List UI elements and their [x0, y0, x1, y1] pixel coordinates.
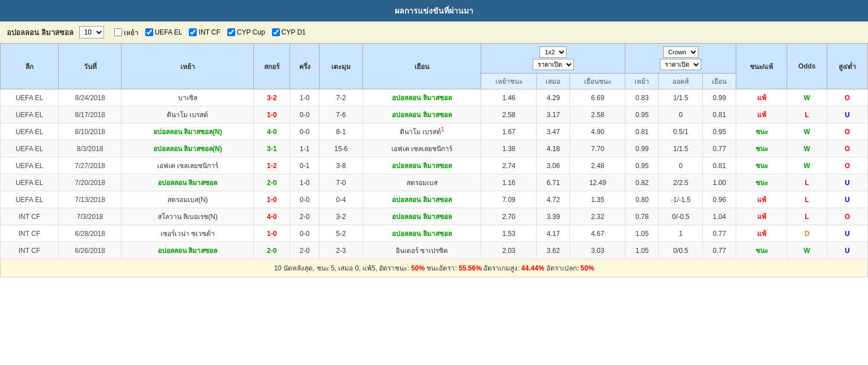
cell-date: 7/27/2018 — [58, 157, 121, 174]
cell-away2: 1.04 — [703, 208, 736, 225]
cell-half: 0-0 — [290, 225, 319, 242]
int-cf-checkbox[interactable] — [189, 28, 197, 36]
cell-odds-val: 1/1.5 — [659, 89, 703, 106]
cell-half: 1-0 — [290, 89, 319, 106]
cell-draw-odds: 4.29 — [537, 89, 570, 106]
home-filter[interactable]: เหย้า — [114, 27, 139, 38]
cell-corner: 2-3 — [319, 242, 363, 259]
cell-odds-result: L — [787, 191, 827, 208]
cell-half: 0-0 — [290, 191, 319, 208]
cyp-d1-checkbox[interactable] — [272, 28, 280, 36]
cell-odds-result: L — [787, 174, 827, 191]
table-row: UEFA EL 8/24/2018 บาเซิล 3-2 1-0 7-2 อปอ… — [1, 89, 868, 106]
cell-score: 4-0 — [254, 123, 290, 140]
cell-away: อปอลลอน ลิมาสซอล — [362, 208, 481, 225]
cell-away-win-odds: 2.58 — [570, 106, 625, 123]
cell-away2: 0.81 — [703, 106, 736, 123]
cell-odds-val: 0/-0.5 — [659, 208, 703, 225]
cell-home2: 0.78 — [625, 208, 659, 225]
cell-home-win-odds: 1.46 — [481, 89, 537, 106]
cell-odds-val: 0 — [659, 106, 703, 123]
cell-win-loss: ชนะ — [736, 174, 787, 191]
cell-draw-odds: 6.71 — [537, 174, 570, 191]
cell-odds-result: W — [787, 242, 827, 259]
cyp-d1-filter[interactable]: CYP D1 — [272, 28, 306, 36]
cell-draw-odds: 3.17 — [537, 106, 570, 123]
col-league: ลีก — [1, 44, 59, 89]
cell-date: 7/13/2018 — [58, 191, 121, 208]
table-row: UEFA EL 7/20/2018 อปอลลอน ลิมาสซอล 2-0 1… — [1, 174, 868, 191]
cell-win-loss: ชนะ — [736, 140, 787, 157]
cell-away-win-odds: 7.70 — [570, 140, 625, 157]
odds-type-select[interactable]: 1x2 — [539, 46, 567, 58]
cell-win-loss: แพ้ — [736, 208, 787, 225]
cell-away2: 1.00 — [703, 174, 736, 191]
cell-half: 1-1 — [290, 140, 319, 157]
cell-corner: 0-4 — [319, 191, 363, 208]
cell-odds-result: W — [787, 157, 827, 174]
table-row: INT CF 6/28/2018 เซอร์เวน่า ซเวซด้า 1-0 … — [1, 225, 868, 242]
results-table: ลีก วันที่ เหย้า สกอร์ ครึ่ง เตะมุม — [0, 43, 868, 277]
cell-away2: 0.77 — [703, 225, 736, 242]
cell-draw-odds: 4.72 — [537, 191, 570, 208]
cell-corner: 5-2 — [319, 225, 363, 242]
cell-win-loss: ชนะ — [736, 157, 787, 174]
cell-league: UEFA EL — [1, 191, 59, 208]
cell-away: อินเตอร์ ซาเปรซิค — [362, 242, 481, 259]
cyp-cup-checkbox[interactable] — [227, 28, 235, 36]
cell-league: UEFA EL — [1, 89, 59, 106]
crown-select[interactable]: Crown — [663, 46, 698, 58]
col-home: เหย้า — [122, 44, 254, 89]
page-title-text: ผลการแข่งขันที่ผ่านมา — [395, 6, 473, 15]
cell-league: INT CF — [1, 225, 59, 242]
cell-corner: 15-6 — [319, 140, 363, 157]
int-cf-filter[interactable]: INT CF — [189, 28, 220, 36]
table-row: INT CF 7/3/2018 สโลวาน ลิเบอเรช(N) 4-0 2… — [1, 208, 868, 225]
sub-odds-col: ออดส์ — [659, 74, 703, 89]
cell-win-loss: แพ้ — [736, 225, 787, 242]
home-checkbox[interactable] — [114, 28, 122, 36]
cyp-cup-filter[interactable]: CYP Cup — [227, 28, 265, 36]
cell-away-win-odds: 6.69 — [570, 89, 625, 106]
cell-home2: 0.81 — [625, 123, 659, 140]
cell-draw-odds: 4.18 — [537, 140, 570, 157]
cell-high-low: O — [827, 140, 867, 157]
cell-home: เอฟเค เซลเลยชนิการ์ — [122, 157, 254, 174]
cell-date: 7/3/2018 — [58, 208, 121, 225]
cell-draw-odds: 3.06 — [537, 157, 570, 174]
cell-corner: 3-2 — [319, 208, 363, 225]
cell-home2: 0.80 — [625, 191, 659, 208]
table-row: UEFA EL 7/27/2018 เอฟเค เซลเลยชนิการ์ 1-… — [1, 157, 868, 174]
odds-price-select[interactable]: ราคาเปิด — [533, 59, 574, 70]
count-select[interactable]: 10 5 15 20 — [79, 26, 104, 38]
cell-high-low: U — [827, 191, 867, 208]
cell-home2: 0.83 — [625, 89, 659, 106]
cell-corner: 8-1 — [319, 123, 363, 140]
filter-row: อปอลลอน ลิมาสซอล 10 5 15 20 เหย้า UEFA E… — [0, 22, 868, 43]
cell-away-win-odds: 12.49 — [570, 174, 625, 191]
cell-score: 2-0 — [254, 174, 290, 191]
cell-corner: 3-8 — [319, 157, 363, 174]
sub-away2: เยือน — [703, 74, 736, 89]
cell-win-loss: แพ้ — [736, 106, 787, 123]
main-container: ผลการแข่งขันที่ผ่านมา อปอลลอน ลิมาสซอล 1… — [0, 0, 868, 277]
cell-away: สตรอมเบส — [362, 174, 481, 191]
cell-league: UEFA EL — [1, 106, 59, 123]
cell-score: 1-2 — [254, 157, 290, 174]
cell-odds-result: W — [787, 140, 827, 157]
uefa-el-checkbox[interactable] — [145, 28, 153, 36]
cell-half: 0-0 — [290, 123, 319, 140]
page-title: ผลการแข่งขันที่ผ่านมา — [0, 0, 868, 22]
cell-home-win-odds: 2.70 — [481, 208, 537, 225]
cell-odds-val: 0/0.5 — [659, 242, 703, 259]
filter-checkboxes: เหย้า UEFA EL INT CF CYP Cup CYP D1 — [114, 27, 306, 38]
crown-price-select[interactable]: ราคาเปิด — [660, 59, 701, 70]
cell-date: 6/26/2018 — [58, 242, 121, 259]
cell-corner: 7-2 — [319, 89, 363, 106]
footer-text: 10 นัดหลังสุด, ชนะ 5, เสมอ 0, แพ้5, อัตร… — [274, 264, 594, 272]
cell-score: 3-2 — [254, 89, 290, 106]
footer-cell: 10 นัดหลังสุด, ชนะ 5, เสมอ 0, แพ้5, อัตร… — [1, 259, 868, 277]
col-corner: เตะมุม — [319, 44, 363, 89]
uefa-el-filter[interactable]: UEFA EL — [145, 28, 183, 36]
sub-draw: เสมอ — [537, 74, 570, 89]
